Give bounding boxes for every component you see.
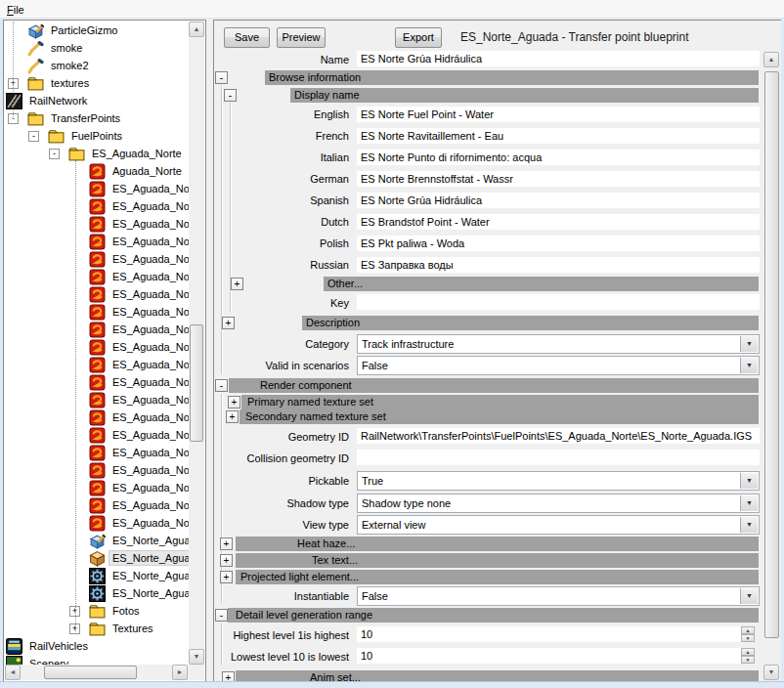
expander-browse-information[interactable]: - [215,71,228,84]
tree-item[interactable]: - TransferPoints [5,109,189,127]
section-heat-haze[interactable]: Heat haze... [236,537,759,551]
scroll-left-button[interactable]: ◄ [5,665,21,680]
scroll-up-button[interactable]: ▲ [189,22,204,37]
highest-level-field[interactable]: 10 [357,626,741,642]
dropdown-arrow-button[interactable]: ▼ [740,473,758,489]
dropdown-arrow-button[interactable]: ▼ [740,358,758,373]
tree-item[interactable]: ES_Aguada_Nort [5,391,189,408]
section-projected-light[interactable]: Projected light element... [236,570,759,584]
lowest-level-field[interactable]: 10 [357,648,741,664]
language-value-field[interactable]: ES Brandstof Point - Water [357,214,760,230]
section-render-component[interactable]: Render component [229,378,759,393]
tree-item[interactable]: Scenery [5,655,189,665]
spin-down-button[interactable]: ▼ [741,634,755,642]
language-value-field[interactable]: ES Norte Ravitaillement - Eau [357,128,760,144]
tree-item[interactable]: ES_Norte_Aguad [5,532,189,549]
spin-up-button[interactable]: ▲ [741,626,755,634]
language-value-field[interactable]: ES Norte Grúa Hidráulica [357,193,760,208]
tree-item[interactable]: ES_Aguada_Nort [5,180,189,197]
tree-item[interactable]: ES_Aguada_Nort [5,426,189,444]
tree-item[interactable]: - ES_Aguada_Norte [5,145,189,162]
tree-item[interactable]: ES_Aguada_Nort [5,356,189,373]
section-browse-information[interactable]: Browse information [265,70,759,85]
tree-item[interactable]: ES_Aguada_Nort [5,197,189,215]
tree-item[interactable]: + textures [5,74,189,92]
expander-display-name[interactable]: - [224,89,237,102]
section-display-name[interactable]: Display name [290,88,759,103]
tree-item[interactable]: ES_Aguada_Nort [5,215,189,233]
expander-projected-light[interactable]: + [220,571,233,583]
expander-detail-level-range[interactable]: - [215,609,228,622]
spin-up-button[interactable]: ▲ [741,648,755,656]
shadow-type-dropdown[interactable]: Shadow type none▼ [357,494,760,513]
section-secondary-texture-set[interactable]: Secondary named texture set [240,409,759,424]
dropdown-arrow-button[interactable]: ▼ [740,588,758,604]
expander-tex-text[interactable]: + [220,554,233,567]
tree-item[interactable]: ES_Aguada_Nort [5,321,189,338]
pickable-dropdown[interactable]: True▼ [357,471,760,491]
section-description[interactable]: Description [302,316,759,330]
section-detail-level-range[interactable]: Detail level generation range [228,608,759,623]
expander-primary-texture-set[interactable]: + [228,396,240,408]
highest-level-spinner[interactable]: ▲▼ [741,626,755,642]
tree-item[interactable]: ES_Aguada_Nort [5,444,189,461]
language-value-field[interactable]: ES Norte Punto di rifornimento: acqua [357,150,760,165]
scroll-thumb[interactable] [764,71,779,638]
tree-item[interactable]: ES_Aguada_Nort [5,303,189,321]
scroll-thumb[interactable] [44,666,137,679]
tree-item[interactable]: - FuelPoints [5,127,189,145]
tree-item[interactable]: ES_Aguada_Nort [5,268,189,285]
tree-item[interactable]: ES_Aguada_Nort [5,285,189,303]
name-field[interactable]: ES Norte Grúa Hidráulica [357,51,760,66]
dropdown-arrow-button[interactable]: ▼ [740,495,758,511]
menu-file[interactable]: File [0,2,31,18]
expander-other[interactable]: + [231,278,243,290]
tree-item[interactable]: ES_Aguada_Nort [5,373,189,391]
key-field[interactable] [357,294,760,310]
spin-down-button[interactable]: ▼ [741,656,755,664]
tree-expander[interactable]: - [28,131,39,142]
tree-item[interactable]: + Textures [5,620,189,637]
tree-item[interactable]: ES_Norte_Aguad [5,549,189,567]
geometry-id-field[interactable]: RailNetwork\TransferPoints\FuelPoints\ES… [357,428,760,444]
tree-item[interactable]: ParticleGizmo [5,22,189,39]
expander-description[interactable]: + [222,317,235,329]
tree-item[interactable]: ES_Aguada_Nort [5,338,189,356]
tree-item[interactable]: ES_Aguada_Nort [5,514,189,532]
instantiable-dropdown[interactable]: False▼ [357,586,760,606]
tree-item[interactable]: ES_Aguada_Nort [5,233,189,250]
tree-vertical-scrollbar[interactable]: ▲ ▼ [189,22,204,665]
tree-item[interactable]: ES_Aguada_Nort [5,461,189,479]
section-other[interactable]: Other... [324,277,759,291]
tree-item[interactable]: ES_Aguada_Nort [5,408,189,426]
category-dropdown[interactable]: Track infrastructure▼ [357,334,760,354]
tree-expander[interactable]: - [49,149,60,159]
tree-item[interactable]: ES_Norte_Aguad [5,567,189,584]
scroll-right-button[interactable]: ► [172,665,188,680]
scroll-down-button[interactable]: ▼ [763,665,779,680]
preview-button[interactable]: Preview [277,27,326,48]
export-button[interactable]: Export [395,27,442,48]
tree-item[interactable]: smoke2 [5,57,189,74]
tree-horizontal-scrollbar[interactable]: ◄ ► [5,665,204,680]
save-button[interactable]: Save [224,27,270,48]
expander-heat-haze[interactable]: + [220,538,233,550]
language-value-field[interactable]: ES Pkt paliwa - Woda [357,236,760,251]
scroll-thumb[interactable] [190,324,203,442]
lowest-level-spinner[interactable]: ▲▼ [741,648,755,664]
section-tex-text[interactable]: Tex text... [236,553,759,568]
valid-in-scenarios-dropdown[interactable]: False▼ [357,356,760,375]
properties-vertical-scrollbar[interactable]: ▲ ▼ [763,52,780,680]
scroll-down-button[interactable]: ▼ [189,649,204,665]
expander-secondary-texture-set[interactable]: + [226,410,239,423]
dropdown-arrow-button[interactable]: ▼ [740,336,758,352]
dropdown-arrow-button[interactable]: ▼ [740,517,758,533]
tree-item[interactable]: RailNetwork [5,92,189,109]
tree-item[interactable]: ES_Aguada_Nort [5,479,189,496]
scroll-up-button[interactable]: ▲ [763,52,779,67]
language-value-field[interactable]: ES Заправка воды [357,257,760,273]
tree-item[interactable]: ES_Aguada_Nort [5,496,189,514]
tree-item[interactable]: + Fotos [5,602,189,620]
language-value-field[interactable]: ES Norte Fuel Point - Water [357,107,760,122]
tree-item[interactable]: ES_Norte_Aguad [5,584,189,602]
